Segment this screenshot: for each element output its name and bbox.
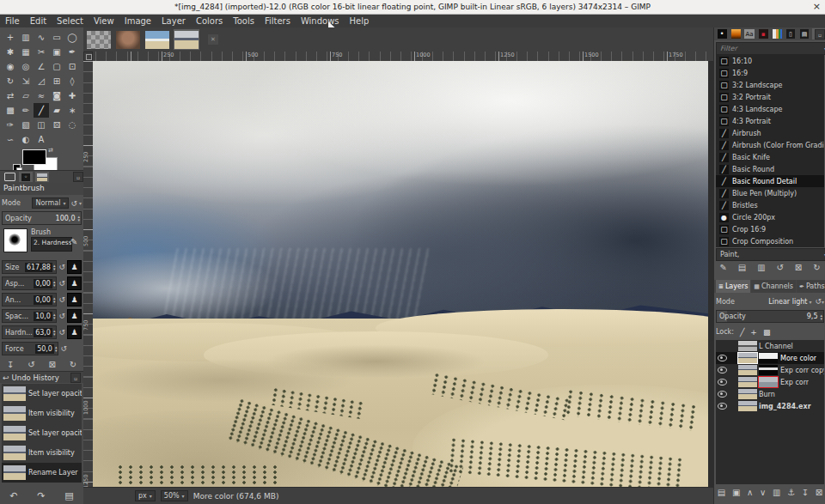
visibility-toggle[interactable] xyxy=(716,355,728,361)
refresh-presets-button[interactable]: ↻ xyxy=(813,263,820,272)
tool-cage-transform-icon[interactable]: ▱ xyxy=(18,88,34,103)
tool-perspective-icon[interactable]: ◊ xyxy=(64,74,80,88)
preset-category-select[interactable]: Paint, ▾ xyxy=(716,248,825,261)
tool-perspective-clone-icon[interactable]: ⚄ xyxy=(49,118,64,132)
left-dock-menu-button[interactable]: ▫ xyxy=(73,172,83,182)
hardness-slider[interactable]: Hardn... 63,0 ▴▾ xyxy=(2,325,57,339)
tool-scissors-icon[interactable]: ✂ xyxy=(34,45,49,59)
patterns-tab[interactable]: ▪ xyxy=(757,28,769,39)
merge-down-button[interactable]: ↧ xyxy=(802,488,809,497)
tool-pencil-icon[interactable]: ✏ xyxy=(18,103,34,118)
menu-select[interactable]: Select xyxy=(52,16,89,26)
preset-item[interactable]: ▢16:10 xyxy=(716,55,824,67)
mode-reset-icon[interactable]: ↺ xyxy=(70,199,77,208)
preset-item[interactable]: ▢16:9 xyxy=(716,67,824,79)
menu-edit[interactable]: Edit xyxy=(25,16,52,26)
tool-paintbrush-icon[interactable]: ╱ xyxy=(34,103,49,118)
tool-rectangle-select-icon[interactable]: ▭ xyxy=(49,30,64,45)
brush-name-select[interactable]: 2. Hardness 0 xyxy=(31,237,72,252)
tool-move-icon[interactable]: + xyxy=(3,30,18,45)
tool-warp-icon[interactable]: ≈ xyxy=(34,88,49,103)
menu-help[interactable]: Help xyxy=(345,16,375,26)
spinner[interactable]: ▴▾ xyxy=(819,313,823,320)
tool-options-tab[interactable]: ◦ xyxy=(19,172,33,182)
ruler-origin-button[interactable] xyxy=(83,52,93,61)
layer-row[interactable]: Exp corr copy xyxy=(716,364,824,376)
tool-foreground-select-icon[interactable]: ▣ xyxy=(49,45,64,59)
duplicate-layer-button[interactable]: ▥ xyxy=(773,488,780,497)
restore-tool-preset-button[interactable]: ↺ xyxy=(28,360,34,369)
tool-mypaint-brush-icon[interactable]: ▧ xyxy=(18,118,34,132)
reset-icon[interactable]: ↺ xyxy=(58,295,65,304)
images-tab[interactable]: ▤ xyxy=(798,28,810,39)
preset-item[interactable]: ╱Basic Round xyxy=(716,163,824,175)
unit-select[interactable]: px ▾ xyxy=(135,490,156,501)
brushes-tab[interactable]: • xyxy=(716,28,728,39)
preset-item[interactable]: ▢3:2 Landscape xyxy=(716,79,824,91)
chevron-down-icon[interactable]: ▾ xyxy=(79,200,82,206)
tool-select-by-color-icon[interactable]: ▦ xyxy=(18,45,34,59)
menu-image[interactable]: Image xyxy=(119,16,156,26)
reset-icon[interactable]: ↺ xyxy=(58,312,65,320)
brush-thumbnail[interactable] xyxy=(3,228,28,252)
layer-mask-thumbnail-active[interactable] xyxy=(759,377,778,387)
tool-rotate-icon[interactable]: ↻ xyxy=(3,74,18,88)
reset-icon[interactable]: ↺ xyxy=(58,263,65,271)
palettes-tab[interactable] xyxy=(771,28,783,39)
tool-color-picker-icon[interactable]: ◉ xyxy=(3,59,18,74)
edit-brush-icon[interactable]: ✎ xyxy=(70,237,77,246)
gradients-tab[interactable] xyxy=(730,28,742,39)
visibility-toggle[interactable] xyxy=(716,391,728,398)
tool-text-icon[interactable]: A xyxy=(34,132,49,147)
zoom-select[interactable]: 50% ▾ xyxy=(161,490,188,501)
tool-eraser-icon[interactable]: ▰ xyxy=(49,103,64,118)
image-tab-beach[interactable] xyxy=(144,29,170,50)
spinner[interactable]: ▴▾ xyxy=(76,215,81,222)
layer-mode-select[interactable]: Linear light xyxy=(768,298,807,306)
spinner[interactable]: ▴▾ xyxy=(54,345,58,352)
tool-gradient-icon[interactable]: ▩ xyxy=(3,103,18,118)
reset-icon[interactable]: ↺ xyxy=(58,279,65,288)
hardness-dynamics-toggle[interactable]: ♟ xyxy=(67,325,82,339)
edit-preset-button[interactable]: ✎ xyxy=(719,263,726,272)
clear-history-button[interactable]: ▤ xyxy=(64,490,73,501)
reset-tool-options-button[interactable]: ↻ xyxy=(70,360,76,369)
tool-scale-icon[interactable]: ⇲ xyxy=(18,74,34,88)
tool-alignment-icon[interactable]: ▥ xyxy=(18,30,34,45)
device-status-tab[interactable] xyxy=(3,172,16,182)
reset-icon[interactable]: ↺ xyxy=(60,344,67,353)
preset-item[interactable]: ▢Crop 16:9 xyxy=(716,223,824,235)
delete-preset-button[interactable]: ⊠ xyxy=(795,263,802,272)
undo-step-selected[interactable]: Rename Layer xyxy=(2,463,82,483)
canvas-image-dunes-storm[interactable] xyxy=(93,61,708,487)
right-dock-menu-button[interactable]: ▫ xyxy=(815,29,825,39)
tool-shear-icon[interactable]: ◿ xyxy=(34,74,49,88)
spinner[interactable]: ▴▾ xyxy=(52,313,57,319)
new-preset-button[interactable]: ▤ xyxy=(738,263,746,272)
preset-item[interactable]: ▢4:3 Portrait xyxy=(716,115,824,127)
layer-row-selected[interactable]: More color xyxy=(716,352,824,364)
tool-ink-icon[interactable]: ✑ xyxy=(3,118,18,132)
reset-icon[interactable]: ↺ xyxy=(58,328,65,337)
anchor-layer-button[interactable]: ⚓ xyxy=(787,488,795,497)
menu-filters[interactable]: Filters xyxy=(260,16,296,26)
tool-airbrush-icon[interactable]: ∗ xyxy=(64,103,80,118)
spinner[interactable]: ▴▾ xyxy=(52,280,57,287)
layer-thumbnail[interactable] xyxy=(738,389,757,399)
layer-row[interactable]: Burn xyxy=(716,388,824,400)
menu-colors[interactable]: Colors xyxy=(191,16,228,26)
revert-preset-button[interactable]: ↺ xyxy=(777,263,784,272)
tool-zoom-icon[interactable]: ◎ xyxy=(18,59,34,74)
duplicate-preset-button[interactable]: ▥ xyxy=(757,263,765,272)
tool-dodge-burn-icon[interactable]: ◐ xyxy=(18,132,34,147)
opacity-slider[interactable]: Opacity 100,0 ▴▾ xyxy=(2,211,82,225)
lock-pixels-toggle[interactable]: ╱ xyxy=(740,328,744,337)
preset-item[interactable]: ▢3:2 Portrait xyxy=(716,91,824,103)
chevron-down-icon[interactable]: ▾ xyxy=(809,299,811,305)
preset-item[interactable]: ╱Airbrush xyxy=(716,127,824,139)
new-group-button[interactable]: ▣ xyxy=(732,488,740,497)
layer-mask-thumbnail[interactable] xyxy=(759,365,778,375)
delete-layer-button[interactable]: ⊠ xyxy=(816,488,822,497)
angle-dynamics-toggle[interactable]: ♟ xyxy=(67,293,82,307)
size-dynamics-toggle[interactable]: ♟ xyxy=(67,260,82,274)
